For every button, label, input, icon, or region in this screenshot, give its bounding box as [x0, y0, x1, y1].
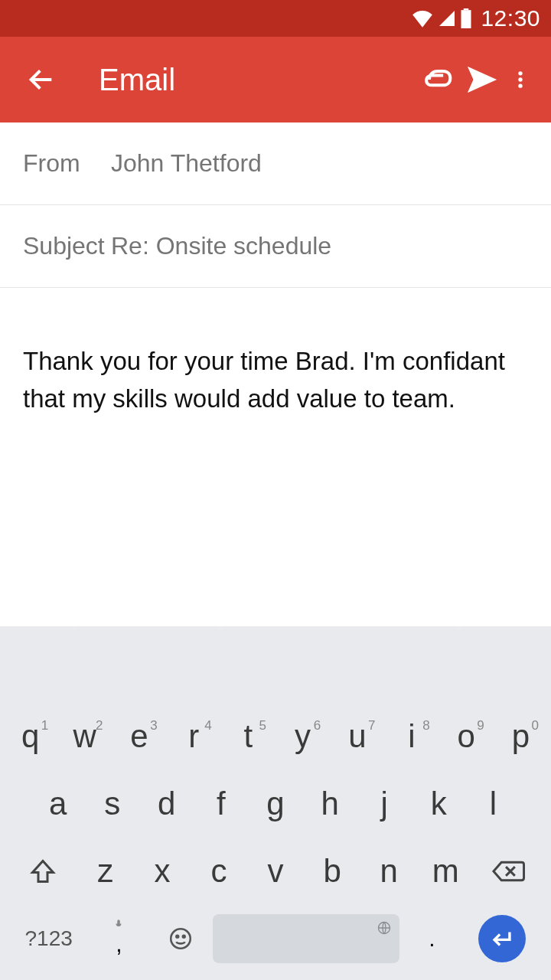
symbols-key[interactable]: ?123 [11, 926, 86, 951]
from-row[interactable]: From John Thetford [0, 122, 551, 205]
key-e[interactable]: e3 [112, 718, 166, 755]
email-body[interactable]: Thank you for your time Brad. I'm confid… [0, 288, 551, 418]
svg-point-5 [171, 929, 191, 949]
key-q[interactable]: q1 [3, 718, 57, 755]
battery-icon [461, 8, 471, 28]
subject-label: Subject [23, 232, 111, 260]
key-g[interactable]: g [248, 786, 302, 822]
svg-point-6 [176, 936, 178, 938]
key-l[interactable]: l [466, 786, 520, 822]
key-h[interactable]: h [303, 786, 357, 822]
overflow-menu-button[interactable] [505, 64, 536, 95]
key-c[interactable]: c [191, 853, 247, 890]
key-a[interactable]: a [31, 786, 85, 822]
wifi-icon [412, 9, 433, 28]
key-r[interactable]: r4 [167, 718, 221, 755]
soft-keyboard: q1w2e3r4t5y6u7i8o9p0 asdfghjkl zxcvbnm ?… [0, 626, 551, 980]
from-label: From [23, 149, 111, 178]
key-u[interactable]: u7 [330, 718, 384, 755]
send-button[interactable] [459, 62, 505, 97]
key-o[interactable]: o9 [439, 718, 494, 755]
svg-point-3 [518, 77, 522, 81]
subject-row[interactable]: Subject Re: Onsite schedule [0, 205, 551, 288]
enter-key[interactable] [465, 915, 540, 962]
signal-icon [438, 9, 456, 28]
key-y[interactable]: y6 [276, 718, 330, 755]
key-d[interactable]: d [139, 786, 194, 822]
svg-rect-0 [461, 10, 471, 28]
shift-key[interactable] [9, 858, 77, 885]
toolbar-title: Email [99, 63, 413, 97]
backspace-key[interactable] [474, 858, 542, 885]
status-time: 12:30 [481, 5, 540, 31]
key-f[interactable]: f [194, 786, 248, 822]
attach-button[interactable] [413, 63, 459, 96]
subject-value: Re: Onsite schedule [111, 232, 331, 260]
key-w[interactable]: w2 [57, 718, 112, 755]
key-n[interactable]: n [360, 853, 417, 890]
space-key[interactable] [213, 914, 399, 963]
key-k[interactable]: k [412, 786, 466, 822]
key-m[interactable]: m [417, 853, 474, 890]
key-x[interactable]: x [134, 853, 191, 890]
key-b[interactable]: b [304, 853, 360, 890]
key-p[interactable]: p0 [494, 718, 548, 755]
key-z[interactable]: z [77, 853, 134, 890]
svg-point-2 [518, 71, 522, 75]
back-button[interactable] [18, 64, 64, 95]
period-key[interactable]: . [403, 926, 461, 952]
globe-icon [377, 920, 392, 939]
status-bar: 12:30 [0, 0, 551, 37]
comma-key[interactable]: , [90, 920, 148, 957]
svg-rect-1 [464, 8, 469, 10]
app-toolbar: Email [0, 37, 551, 122]
key-s[interactable]: s [85, 786, 139, 822]
from-value: John Thetford [111, 149, 262, 178]
key-v[interactable]: v [247, 853, 304, 890]
emoji-key[interactable] [152, 926, 210, 952]
key-i[interactable]: i8 [384, 718, 439, 755]
svg-point-4 [518, 83, 522, 87]
mic-icon [113, 919, 124, 932]
key-t[interactable]: t5 [221, 718, 276, 755]
svg-point-7 [183, 936, 185, 938]
key-j[interactable]: j [357, 786, 412, 822]
